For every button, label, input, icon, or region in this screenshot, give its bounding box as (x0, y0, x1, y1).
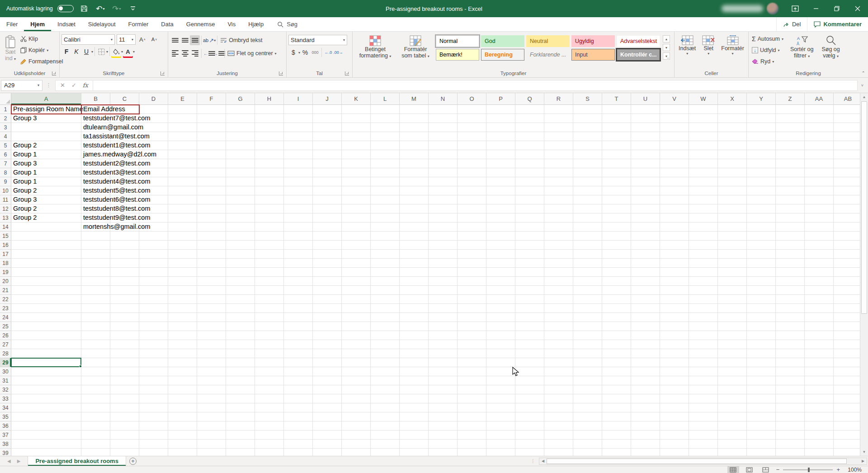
cell-g14[interactable] (226, 222, 255, 232)
cell-x35[interactable] (718, 412, 747, 421)
cell-s18[interactable] (573, 259, 602, 268)
cell-y18[interactable] (747, 259, 776, 268)
cell-p33[interactable] (486, 394, 515, 403)
cell-g19[interactable] (226, 268, 255, 277)
cell-p9[interactable] (486, 177, 515, 186)
row-header-9[interactable]: 9 (0, 177, 11, 186)
cell-w26[interactable] (689, 331, 718, 340)
cell-v22[interactable] (660, 295, 689, 304)
cell-style-chip-2[interactable]: Neutral (526, 35, 570, 47)
cell-q6[interactable] (515, 150, 544, 159)
align-center-icon[interactable] (180, 48, 190, 58)
cell-ab24[interactable] (834, 313, 863, 322)
cell-t25[interactable] (602, 322, 631, 331)
cell-z6[interactable] (776, 150, 805, 159)
cell-t15[interactable] (602, 232, 631, 241)
save-icon[interactable] (78, 3, 90, 14)
cell-ab23[interactable] (834, 304, 863, 313)
cell-g23[interactable] (226, 304, 255, 313)
cell-e18[interactable] (168, 259, 197, 268)
cell-j24[interactable] (313, 313, 342, 322)
cell-f18[interactable] (197, 259, 226, 268)
cell-v34[interactable] (660, 403, 689, 412)
cell-s20[interactable] (573, 277, 602, 286)
cell-y39[interactable] (747, 449, 776, 456)
cell-n11[interactable] (429, 195, 458, 204)
cell-k23[interactable] (342, 304, 371, 313)
cell-h20[interactable] (255, 277, 284, 286)
cell-i31[interactable] (284, 376, 313, 385)
cell-q8[interactable] (515, 168, 544, 177)
cell-aa33[interactable] (805, 394, 834, 403)
cell-u34[interactable] (631, 403, 660, 412)
cell-a7[interactable]: Group 3 (11, 159, 81, 168)
italic-button[interactable]: K (71, 47, 81, 57)
cell-a9[interactable]: Group 1 (11, 177, 81, 186)
cell-ab15[interactable] (834, 232, 863, 241)
cell-f26[interactable] (197, 331, 226, 340)
row-header-35[interactable]: 35 (0, 412, 11, 421)
cell-k31[interactable] (342, 376, 371, 385)
cell-f20[interactable] (197, 277, 226, 286)
cell-n32[interactable] (429, 385, 458, 394)
cell-a39[interactable] (11, 449, 81, 456)
row-header-4[interactable]: 4 (0, 132, 11, 141)
cell-j8[interactable] (313, 168, 342, 177)
cell-e29[interactable] (168, 358, 197, 367)
cell-h36[interactable] (255, 421, 284, 430)
cell-y32[interactable] (747, 385, 776, 394)
cell-c31[interactable] (110, 376, 139, 385)
cell-w28[interactable] (689, 349, 718, 358)
cell-h6[interactable] (255, 150, 284, 159)
column-header-z[interactable]: Z (776, 93, 805, 105)
cell-x25[interactable] (718, 322, 747, 331)
cell-a33[interactable] (11, 394, 81, 403)
cell-f16[interactable] (197, 241, 226, 250)
cell-q19[interactable] (515, 268, 544, 277)
cell-x37[interactable] (718, 430, 747, 440)
alignment-dialog-launcher[interactable] (279, 71, 283, 76)
cell-c25[interactable] (110, 322, 139, 331)
cell-l4[interactable] (371, 132, 400, 141)
cell-p18[interactable] (486, 259, 515, 268)
cell-r25[interactable] (544, 322, 573, 331)
decrease-font-icon[interactable]: A˅ (149, 34, 159, 44)
cell-o26[interactable] (458, 331, 486, 340)
cell-a8[interactable]: Group 1 (11, 168, 81, 177)
cell-n39[interactable] (429, 449, 458, 456)
cell-m22[interactable] (400, 295, 429, 304)
cell-w18[interactable] (689, 259, 718, 268)
cell-h18[interactable] (255, 259, 284, 268)
cell-v11[interactable] (660, 195, 689, 204)
cell-l17[interactable] (371, 250, 400, 259)
cell-y27[interactable] (747, 340, 776, 349)
cell-d34[interactable] (139, 403, 168, 412)
cell-ab7[interactable] (834, 159, 863, 168)
cell-ab30[interactable] (834, 367, 863, 376)
cell-aa39[interactable] (805, 449, 834, 456)
cell-f15[interactable] (197, 232, 226, 241)
cell-a35[interactable] (11, 412, 81, 421)
cell-f4[interactable] (197, 132, 226, 141)
cell-g20[interactable] (226, 277, 255, 286)
cell-e13[interactable] (168, 213, 197, 222)
cell-u22[interactable] (631, 295, 660, 304)
cell-x23[interactable] (718, 304, 747, 313)
cell-r23[interactable] (544, 304, 573, 313)
cell-v16[interactable] (660, 241, 689, 250)
cell-o24[interactable] (458, 313, 486, 322)
cell-f8[interactable] (197, 168, 226, 177)
cell-d3[interactable] (139, 123, 168, 132)
cell-n23[interactable] (429, 304, 458, 313)
cell-e8[interactable] (168, 168, 197, 177)
cell-h4[interactable] (255, 132, 284, 141)
cell-u14[interactable] (631, 222, 660, 232)
cell-t28[interactable] (602, 349, 631, 358)
cell-p14[interactable] (486, 222, 515, 232)
cell-b35[interactable] (81, 412, 110, 421)
cell-x29[interactable] (718, 358, 747, 367)
cell-p15[interactable] (486, 232, 515, 241)
clear-button[interactable]: Ryd ▾ (750, 56, 785, 67)
cell-q11[interactable] (515, 195, 544, 204)
cell-ab29[interactable] (834, 358, 863, 367)
